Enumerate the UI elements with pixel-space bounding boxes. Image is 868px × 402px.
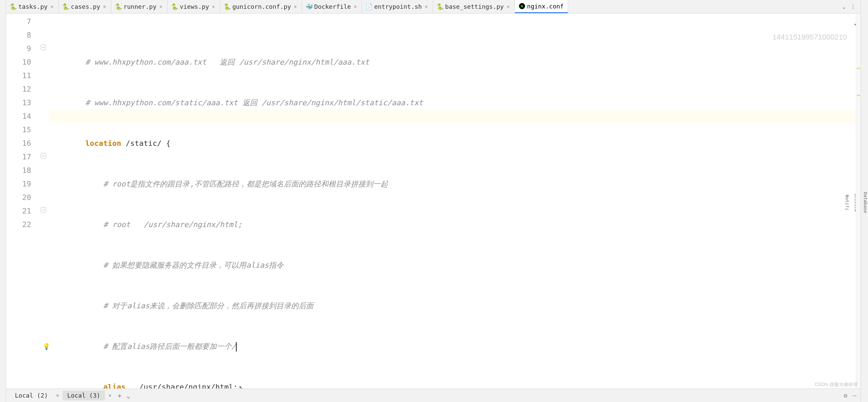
warning-marker[interactable] <box>857 95 860 96</box>
line-number: 11 <box>6 69 40 83</box>
close-icon[interactable]: × <box>158 3 163 10</box>
tab-label: gunicorn.conf.py <box>232 3 291 10</box>
code-text: # root /usr/share/nginx/html; <box>49 220 242 229</box>
gear-icon[interactable]: ⚙ <box>844 392 847 399</box>
tab-nginx[interactable]: N nginx.conf <box>515 0 568 13</box>
tab-label: runner.py <box>124 3 157 10</box>
tab-entrypoint[interactable]: 📄 entrypoint.sh × <box>362 0 433 13</box>
watermark-text: 144115199571000210 <box>773 30 847 44</box>
close-icon[interactable]: × <box>353 3 358 10</box>
python-icon: 🐍 <box>172 4 178 10</box>
tab-views[interactable]: 🐍 views.py × <box>168 0 220 13</box>
fold-toggle-icon[interactable]: − <box>41 207 46 213</box>
editor-tabs: 🐍 tasks.py × 🐍 cases.py × 🐍 runner.py × … <box>6 0 861 14</box>
run-tabs: Local (2) × Local (3) × + ⌄ ⚙ — <box>6 388 861 402</box>
python-icon: 🐍 <box>437 4 443 10</box>
code-text: # root是指文件的跟目录,不管匹配路径，都是把域名后面的路径和根目录拼接到一… <box>49 180 388 188</box>
code-text: # www.hhxpython.com/aaa.txt 返回 /usr/shar… <box>49 58 369 66</box>
python-icon: 🐍 <box>224 4 230 10</box>
tab-tasks[interactable]: 🐍 tasks.py × <box>6 0 59 13</box>
line-number: 19 <box>6 177 40 191</box>
tab-label: cases.py <box>71 3 100 10</box>
line-number: 18 <box>6 164 40 177</box>
credit-watermark: CSDN @覆水难收呀 <box>815 382 858 388</box>
python-icon: 🐍 <box>10 4 16 10</box>
close-icon[interactable]: × <box>293 3 298 10</box>
code-text: alias <box>103 383 126 388</box>
minimize-icon[interactable]: — <box>853 392 856 399</box>
code-text: /static/ { <box>121 139 171 148</box>
fold-column: − − − <box>40 14 49 388</box>
line-number: 15 <box>6 123 40 137</box>
python-icon: 🐍 <box>115 4 122 10</box>
close-icon[interactable]: × <box>50 3 55 10</box>
tab-dockerfile[interactable]: 🐳 Dockerfile × <box>302 0 362 13</box>
line-number: 22 <box>6 218 40 231</box>
tab-runner[interactable]: 🐍 runner.py × <box>111 0 168 13</box>
docker-icon: 🐳 <box>306 4 312 10</box>
line-number: 16 <box>6 137 40 150</box>
minimap-scrollbar[interactable] <box>856 14 861 388</box>
warning-marker[interactable] <box>857 68 860 69</box>
line-number: 9 <box>6 42 40 55</box>
mouse-cursor-icon: ↖ <box>239 380 243 388</box>
tab-label: nginx.conf <box>527 3 564 10</box>
close-icon[interactable]: × <box>424 3 429 10</box>
add-tab-icon[interactable]: + <box>117 392 122 400</box>
line-number: 21 <box>6 204 40 218</box>
text-cursor <box>236 342 237 352</box>
chevron-down-icon[interactable]: ⌄ <box>126 392 130 400</box>
intention-bulb-icon[interactable]: 💡 <box>43 340 50 353</box>
tab-label: views.py <box>180 3 209 10</box>
code-text: # 如果想要隐藏服务器的文件目录，可以用alias指令 <box>49 261 284 269</box>
tab-label: base_settings.py <box>445 3 504 10</box>
tab-label: tasks.py <box>18 3 48 10</box>
line-number: 10 <box>6 55 40 69</box>
right-tool-strip[interactable]: Database SciView Notifi <box>861 0 868 402</box>
left-tool-strip[interactable] <box>0 0 6 402</box>
tab-label: Local (3) <box>67 392 101 399</box>
code-area[interactable]: # www.hhxpython.com/aaa.txt 返回 /usr/shar… <box>49 14 861 388</box>
close-icon[interactable]: × <box>506 3 511 10</box>
code-text: /usr/share/nginx/html; <box>126 383 238 388</box>
shell-icon: 📄 <box>366 4 372 10</box>
more-icon[interactable]: ⋮ <box>850 3 856 10</box>
line-gutter: 7 8 9 10 11 12 13 14 15 16 17 18 19 20 2… <box>6 14 40 388</box>
close-icon[interactable]: × <box>55 393 61 399</box>
code-text: # www.hhxpython.com/static/aaa.txt 返回 /u… <box>49 98 423 107</box>
line-number: 20 <box>6 191 40 204</box>
tab-base-settings[interactable]: 🐍 base_settings.py × <box>433 0 515 13</box>
chevron-down-icon[interactable]: ⌄ <box>842 3 846 10</box>
tool-database[interactable]: Database <box>863 192 868 213</box>
python-icon: 🐍 <box>63 4 69 10</box>
close-icon[interactable]: × <box>107 393 113 399</box>
fold-toggle-icon[interactable]: − <box>41 45 46 50</box>
code-text: # 配置alias路径后面一般都要加一个/ <box>49 342 236 351</box>
line-number: 17 <box>6 150 40 164</box>
run-tab-local3[interactable]: Local (3) <box>63 390 105 400</box>
tab-cases[interactable]: 🐍 cases.py × <box>59 0 111 13</box>
code-text: location <box>85 139 121 148</box>
run-tab-local2[interactable]: Local (2) <box>10 390 53 400</box>
current-line-highlight <box>49 110 861 123</box>
tab-label: Dockerfile <box>314 3 351 10</box>
fold-toggle-icon[interactable]: − <box>41 153 46 158</box>
tab-gunicorn[interactable]: 🐍 gunicorn.conf.py × <box>220 0 302 13</box>
line-number: 13 <box>6 96 40 110</box>
nginx-icon: N <box>519 3 525 9</box>
line-number: 14 <box>6 110 40 123</box>
close-icon[interactable]: × <box>211 3 216 10</box>
code-editor[interactable]: 7 8 9 10 11 12 13 14 15 16 17 18 19 20 2… <box>6 14 861 388</box>
close-icon[interactable]: × <box>102 3 107 10</box>
tab-label: entrypoint.sh <box>374 3 422 10</box>
tab-label: Local (2) <box>15 392 48 399</box>
code-text: # 对于alias来说，会删除匹配部分，然后再拼接到目录的后面 <box>49 302 313 310</box>
line-number: 7 <box>6 15 40 28</box>
line-number: 8 <box>6 28 40 42</box>
line-number: 12 <box>6 83 40 96</box>
